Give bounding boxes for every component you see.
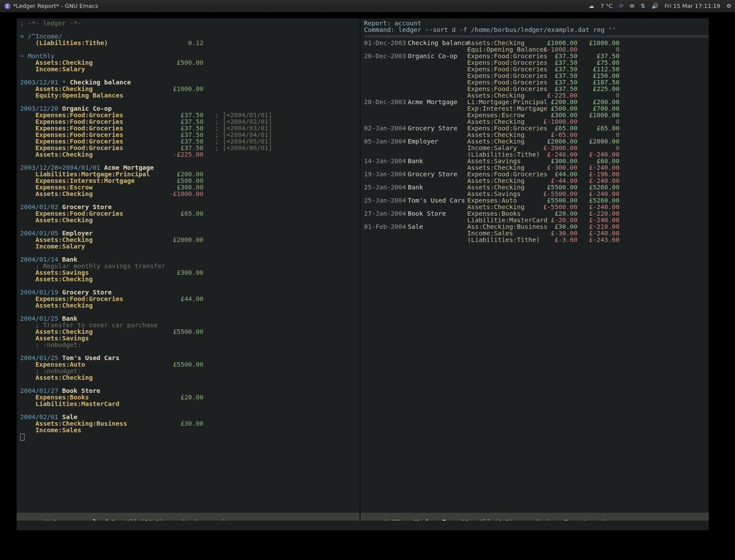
source-line[interactable] xyxy=(20,309,356,315)
ml-pos: All (64,0) xyxy=(115,518,182,521)
source-line[interactable] xyxy=(20,250,356,256)
source-line[interactable]: Assets:Checking xyxy=(20,217,356,224)
source-line[interactable]: ; Regular monthly savings transfer xyxy=(20,263,356,270)
source-line[interactable]: 2003/12/20 Organic Co-op xyxy=(20,105,356,112)
report-row: Liabilitie:MasterCard £-20.00 £-240.00 xyxy=(364,217,705,224)
point-cursor xyxy=(20,434,24,441)
source-line[interactable]: Expenses:Books £20.00 xyxy=(20,394,356,401)
ml-pos: All (4,0) xyxy=(469,518,535,521)
source-line[interactable] xyxy=(20,27,356,33)
source-line[interactable]: (Liabilities:Tithe) 0.12 xyxy=(20,40,356,46)
report-header: Report: account xyxy=(364,20,705,27)
source-line[interactable]: 2003/12/28=2004/01/01 Acme Mortgage xyxy=(20,164,356,171)
source-line[interactable]: Expenses:Food:Groceries £37.50 ; [=2004/… xyxy=(20,125,356,132)
source-line[interactable] xyxy=(20,348,356,355)
source-line[interactable]: Assets:Checking £500.00 xyxy=(20,60,356,66)
source-line[interactable] xyxy=(20,283,356,289)
report-command: Command: ledger --sort d -f /home/borbus… xyxy=(364,27,705,33)
source-line[interactable]: 2004/01/14 Bank xyxy=(20,256,356,263)
source-line[interactable] xyxy=(20,99,356,105)
report-row: 25-Jan-2004Tom's Used CarsExpenses:Auto … xyxy=(364,197,705,204)
report-row: Expens:Food:Groceries £37.50 £187.50 xyxy=(364,79,705,86)
left-window[interactable]: ; -*- ledger -*- = /^Income/ (Liabilitie… xyxy=(17,18,360,521)
source-line[interactable]: Expenses:Food:Groceries £37.50 ; [=2004/… xyxy=(20,145,356,151)
source-line[interactable]: Expenses:Food:Groceries £37.50 ; [=2004/… xyxy=(20,138,356,145)
window-title: *Ledger Report* - GNU Emacs xyxy=(13,3,98,9)
source-line[interactable]: Assets:Checking £1000.00 xyxy=(20,86,356,92)
source-line[interactable]: 2004/01/19 Grocery Store xyxy=(20,289,356,296)
right-window[interactable]: Report: accountCommand: ledger --sort d … xyxy=(360,18,709,521)
ml-mode: (Ledger Report yas) xyxy=(535,518,605,521)
source-line[interactable] xyxy=(20,407,356,414)
ledger-source-buffer[interactable]: ; -*- ledger -*- = /^Income/ (Liabilitie… xyxy=(17,18,360,442)
source-line[interactable] xyxy=(20,224,356,230)
mail-icon[interactable]: ✉ xyxy=(630,3,634,9)
source-line[interactable]: ; Transfer to cover car purchase xyxy=(20,322,356,329)
source-line[interactable]: Assets:Savings £300.00 xyxy=(20,270,356,276)
ml-buffer-name: *Ledger Report* xyxy=(413,518,468,521)
weather-temp: 7 °C xyxy=(600,3,612,9)
source-line[interactable]: Expenses:Food:Groceries £37.50 ; [=2004/… xyxy=(20,132,356,138)
network-icon[interactable]: ⇅ xyxy=(640,3,645,9)
source-line[interactable]: Expenses:Auto £5500.00 xyxy=(20,361,356,368)
report-row: 28-Dec-2003Acme MortgageLi:Mortgage:Prin… xyxy=(364,99,705,105)
source-line[interactable]: Assets:Checking £5500.00 xyxy=(20,329,356,335)
ledger-report-buffer[interactable]: Report: accountCommand: ledger --sort d … xyxy=(360,18,709,245)
source-line[interactable]: Assets:Checking xyxy=(20,374,356,381)
source-line[interactable]: Equity:Opening Balances xyxy=(20,92,356,99)
source-line[interactable]: Expenses:Food:Groceries £37.50 ; [=2004/… xyxy=(20,112,356,119)
source-line[interactable]: Assets:Checking xyxy=(20,302,356,309)
volume-icon[interactable]: 🔊 xyxy=(651,3,658,9)
ml-mode: (Ledger yas) xyxy=(182,518,226,521)
report-row: 25-Jan-2004BankAssets:Checking £5500.00 … xyxy=(364,184,705,191)
source-line[interactable]: 2004/02/01 Sale xyxy=(20,414,356,420)
source-line[interactable]: Income:Salary xyxy=(20,243,356,250)
source-line[interactable]: Assets:Checking £2000.00 xyxy=(20,237,356,243)
system-icon[interactable]: ⚙ xyxy=(726,3,732,9)
source-line[interactable] xyxy=(20,197,356,204)
report-row: 01-Feb-2004SaleAss:Checking:Business £30… xyxy=(364,224,705,230)
source-line[interactable]: ; -*- ledger -*- xyxy=(20,20,356,27)
source-line[interactable]: ~ Monthly xyxy=(20,53,356,60)
source-line[interactable] xyxy=(20,73,356,79)
source-line[interactable]: Expenses:Food:Groceries £44.00 xyxy=(20,296,356,302)
system-tray: ☁ 7 °C ⟳ ✉ ⇅ 🔊 Fri 15 Mar 17:11:19 ⚙ xyxy=(588,3,732,9)
source-line[interactable]: 2004/01/02 Grocery Store xyxy=(20,204,356,210)
source-line[interactable]: Expenses:Food:Groceries £37.50 ; [=2004/… xyxy=(20,119,356,125)
refresh-icon[interactable]: ⟳ xyxy=(619,3,623,9)
source-line[interactable]: Expenses:Food:Groceries £65.00 xyxy=(20,210,356,217)
source-line[interactable] xyxy=(20,158,356,164)
source-line[interactable]: 2004/01/27 Book Store xyxy=(20,388,356,394)
report-row: Assets:Checking £-1000.00 0 xyxy=(364,119,705,125)
source-line[interactable]: Expenses:Escrow £300.00 xyxy=(20,184,356,191)
source-line[interactable]: Assets:Checking -£1000.00 xyxy=(20,191,356,197)
source-line[interactable]: Assets:Checking:Business £30.00 xyxy=(20,420,356,427)
source-line[interactable] xyxy=(20,434,356,441)
source-line[interactable]: 2004/01/25 Tom's Used Cars xyxy=(20,355,356,361)
report-divider: ========================================… xyxy=(364,33,705,40)
report-row: Exp:Interest:Mortgage £500.00 £700.00 xyxy=(364,105,705,112)
report-row: 19-Jan-2004Grocery StoreExpens:Food:Groc… xyxy=(364,171,705,178)
source-line[interactable]: Income:Sales xyxy=(20,427,356,434)
weather-icon[interactable]: ☁ xyxy=(588,3,594,9)
report-row: Expens:Food:Groceries £37.50 £112.50 xyxy=(364,66,705,73)
source-line[interactable]: 2003/12/01 * Checking balance xyxy=(20,79,356,86)
source-line[interactable]: ; :nobudget: xyxy=(20,368,356,374)
report-row: 27-Jan-2004Book StoreExpenses:Books £20.… xyxy=(364,210,705,217)
report-row: Assets:Checking £-225.00 0 xyxy=(364,92,705,99)
source-line[interactable]: Assets:Savings xyxy=(20,335,356,342)
source-line[interactable] xyxy=(20,46,356,53)
source-line[interactable]: Assets:Checking xyxy=(20,276,356,283)
source-line[interactable]: Liabilities:Mortgage:Principal £200.00 xyxy=(20,171,356,178)
source-line[interactable] xyxy=(20,381,356,388)
source-line[interactable]: = /^Income/ xyxy=(20,33,356,40)
report-row: 20-Dec-2003Organic Co-opExpens:Food:Groc… xyxy=(364,53,705,60)
source-line[interactable]: 2004/01/25 Bank xyxy=(20,315,356,322)
report-row: Assets:Savings £-5500.00 £-240.00 xyxy=(364,191,705,197)
source-line[interactable]: ; :nobudget: xyxy=(20,342,356,348)
source-line[interactable]: Liabilities:MasterCard xyxy=(20,401,356,407)
source-line[interactable]: Expenses:Interest:Mortgage £500.00 xyxy=(20,178,356,184)
source-line[interactable]: Income:Salary xyxy=(20,66,356,73)
source-line[interactable]: 2004/01/05 Employer xyxy=(20,230,356,237)
source-line[interactable]: Assets:Checking -£225.00 xyxy=(20,151,356,158)
